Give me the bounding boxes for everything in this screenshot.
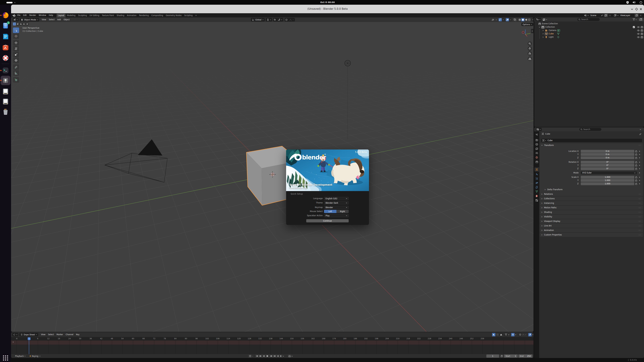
outliner[interactable]: Search Scene CollectionCollectionCameraC…: [534, 17, 644, 127]
show-visibility-button[interactable]: [491, 18, 494, 21]
use-preview-range-toggle[interactable]: [288, 355, 291, 358]
lock-icon[interactable]: [635, 164, 637, 166]
panel-instancing[interactable]: Instancing ∷∷: [540, 201, 643, 205]
lock-icon[interactable]: [635, 168, 637, 170]
clock[interactable]: Oct 8 08:00: [316, 0, 339, 5]
workspace-tab-compositing[interactable]: Compositing: [150, 13, 164, 17]
dock-text-editor[interactable]: [2, 33, 9, 40]
chevron-down-icon[interactable]: [291, 356, 293, 357]
pivot-point-selector[interactable]: [266, 18, 272, 21]
dock-terminal[interactable]: [2, 67, 9, 74]
sidebar-toggle[interactable]: [531, 29, 534, 33]
animate-dot-icon[interactable]: [639, 150, 640, 152]
chevron-down-icon[interactable]: [282, 356, 284, 357]
falloff-selector[interactable]: [522, 334, 524, 336]
panel-shading[interactable]: Shading ∷∷: [540, 210, 643, 214]
proportional-edit-toggle[interactable]: [284, 18, 288, 21]
disable-render-icon[interactable]: [641, 26, 643, 28]
panel-animation[interactable]: Animation ∷∷: [540, 228, 643, 232]
privacy-shield-icon[interactable]: [626, 1, 629, 4]
show-overlays-toggle[interactable]: [506, 18, 509, 21]
mouse-select-right[interactable]: Right: [336, 210, 349, 213]
disclosure-chevron-icon[interactable]: [542, 30, 544, 31]
hide-eye-icon[interactable]: [637, 36, 640, 38]
tool-move[interactable]: [13, 40, 19, 45]
menu-render[interactable]: Render: [28, 13, 38, 17]
new-viewlayer-button[interactable]: [634, 14, 639, 17]
language-select[interactable]: English (US): [324, 197, 349, 200]
properties-tab-view-layer[interactable]: [534, 146, 539, 151]
window-titlebar[interactable]: (Unsaved) - Blender 5.0.0 Beta: [11, 5, 644, 13]
animate-dot-icon[interactable]: [639, 154, 640, 155]
spacebar-action-select[interactable]: Play: [324, 214, 349, 217]
shading-material-button[interactable]: [524, 18, 528, 21]
outliner-row-collection[interactable]: Collection: [534, 25, 644, 29]
xray-toggle[interactable]: [513, 18, 517, 21]
outliner-display-mode-button[interactable]: [543, 18, 547, 21]
outliner-item-label[interactable]: Light: [549, 36, 554, 38]
disable-render-icon[interactable]: [641, 33, 643, 35]
properties-tab-output[interactable]: [534, 142, 539, 146]
viewport-menu-select[interactable]: Select: [48, 17, 56, 22]
timeline-menu-channel[interactable]: Channel: [64, 332, 75, 337]
shading-wireframe-button[interactable]: [518, 18, 521, 21]
timeline-menu-marker[interactable]: Marker: [55, 332, 64, 337]
properties-tab-material[interactable]: [534, 194, 539, 198]
outliner-search[interactable]: Search: [577, 18, 600, 21]
auto-keying-toggle[interactable]: [248, 355, 252, 358]
tool-scale[interactable]: [13, 52, 19, 57]
workspace-tab-sculpting[interactable]: Sculpting: [77, 13, 88, 17]
outliner-item-label[interactable]: Camera: [549, 29, 556, 31]
animate-dot-icon[interactable]: [639, 172, 640, 174]
animate-dot-icon[interactable]: [639, 161, 640, 163]
properties-editor[interactable]: Search Cube Cube Transform ∷∷ Location X…: [534, 127, 644, 358]
viewlayer-name[interactable]: ViewLayer: [619, 14, 634, 16]
toggle-perspective-button[interactable]: [528, 57, 532, 61]
tool-rotate[interactable]: [13, 46, 19, 51]
animate-dot-icon[interactable]: [639, 165, 640, 166]
box-select-keys-button[interactable]: [496, 333, 499, 336]
options-button[interactable]: Options: [522, 23, 533, 26]
lock-icon[interactable]: [635, 161, 637, 163]
lock-icon[interactable]: [635, 153, 637, 156]
exclude-checkbox[interactable]: [633, 26, 635, 28]
properties-search[interactable]: Search: [579, 128, 602, 131]
snap-toggle[interactable]: [273, 18, 277, 21]
properties-tab-collection[interactable]: [534, 160, 539, 164]
next-frame-button[interactable]: [280, 355, 282, 358]
workspace-tab-geometry-nodes[interactable]: Geometry Nodes: [164, 13, 183, 17]
chevron-down-icon[interactable]: [515, 334, 516, 335]
panel-grip[interactable]: ∷∷: [638, 144, 641, 146]
dock-show-apps[interactable]: [2, 355, 9, 361]
dopesheet-mode-selector[interactable]: Dope Sheet: [19, 333, 38, 336]
delete-scene-icon[interactable]: [608, 14, 612, 16]
delta-transform-subpanel[interactable]: Delta Transform: [540, 188, 563, 192]
close-button[interactable]: [639, 7, 643, 11]
outliner-row-camera[interactable]: Camera: [534, 29, 644, 32]
normalize-toggle[interactable]: [528, 333, 532, 336]
properties-tab-scene[interactable]: [534, 151, 539, 155]
keymap-select[interactable]: Blender: [324, 206, 349, 209]
outliner-item-label[interactable]: Collection: [546, 26, 555, 28]
panel-motion-paths[interactable]: Motion Paths ∷∷: [540, 206, 643, 210]
menu-help[interactable]: Help: [48, 13, 54, 17]
tool-measure[interactable]: [13, 70, 19, 76]
orientation-selector[interactable]: Global: [251, 18, 265, 21]
prev-keyframe-button[interactable]: [259, 355, 262, 358]
dock-firefox[interactable]: [2, 12, 9, 18]
shading-solid-button[interactable]: [521, 18, 524, 21]
camera-data-icon[interactable]: [557, 29, 560, 32]
lock-icon[interactable]: [635, 157, 637, 159]
properties-tab-world[interactable]: [534, 155, 539, 160]
mode-selector[interactable]: Object Mode: [20, 18, 39, 21]
value-field[interactable]: 1.000: [581, 179, 634, 182]
select-extend-button[interactable]: [19, 22, 22, 25]
workspace-tab-modeling[interactable]: Modeling: [66, 13, 77, 17]
outliner-editor-type-button[interactable]: [535, 18, 541, 21]
start-frame-field[interactable]: Start1: [504, 355, 518, 358]
channel-expand-icon[interactable]: [12, 341, 14, 343]
falloff-selector[interactable]: [288, 19, 295, 21]
value-field[interactable]: 0 m: [581, 150, 634, 153]
value-field[interactable]: 1.000: [581, 176, 634, 179]
properties-tab-particles[interactable]: [534, 176, 539, 181]
